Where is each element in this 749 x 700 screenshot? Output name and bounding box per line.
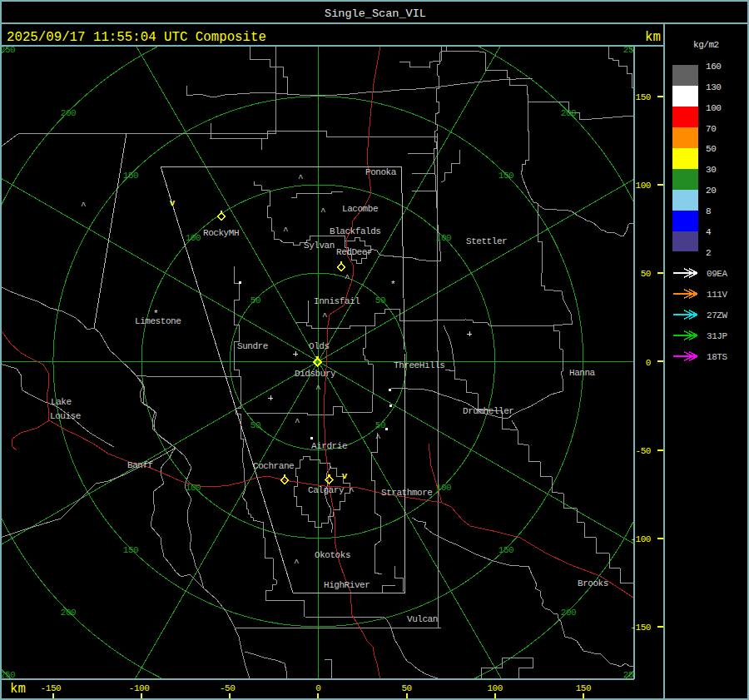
svg-text:RedDeer: RedDeer <box>336 247 372 257</box>
svg-text:130: 130 <box>706 82 721 92</box>
svg-text:km: km <box>645 30 661 45</box>
svg-text:100: 100 <box>436 233 451 243</box>
svg-text:50: 50 <box>375 295 385 305</box>
svg-text:-50: -50 <box>220 683 235 693</box>
svg-text:^: ^ <box>375 433 380 443</box>
svg-text:Innisfail: Innisfail <box>314 296 360 306</box>
svg-text:50: 50 <box>706 144 716 154</box>
svg-text:Airdrie: Airdrie <box>311 441 347 451</box>
svg-text:Sundre: Sundre <box>237 341 268 351</box>
svg-text:200: 200 <box>561 608 576 618</box>
svg-text:-100: -100 <box>630 534 651 544</box>
svg-text:*: * <box>153 309 158 319</box>
svg-text:8: 8 <box>706 206 711 216</box>
svg-text:-50: -50 <box>636 446 651 456</box>
svg-text:0: 0 <box>315 683 320 693</box>
svg-text:^: ^ <box>294 558 299 568</box>
svg-text:HighRiver: HighRiver <box>324 580 370 590</box>
svg-text:Louise: Louise <box>50 411 81 421</box>
svg-text:50: 50 <box>250 295 260 305</box>
svg-text:50: 50 <box>375 420 385 430</box>
svg-text:Hanna: Hanna <box>569 368 596 378</box>
svg-text:^: ^ <box>283 226 288 236</box>
svg-text:100: 100 <box>487 683 502 693</box>
svg-text:160: 160 <box>706 62 721 72</box>
svg-text:70: 70 <box>706 124 716 134</box>
svg-text:Drumheller: Drumheller <box>463 406 514 416</box>
svg-text:kg/m2: kg/m2 <box>693 40 719 50</box>
svg-text:Stettler: Stettler <box>466 236 507 246</box>
svg-text:150: 150 <box>123 171 138 181</box>
svg-text:^: ^ <box>315 384 320 394</box>
svg-text:150: 150 <box>499 545 513 555</box>
svg-text:18TS: 18TS <box>707 352 727 362</box>
svg-text:20: 20 <box>706 186 716 196</box>
svg-text:200: 200 <box>561 108 576 118</box>
svg-text:09EA: 09EA <box>707 269 727 279</box>
svg-text:Blackfalds: Blackfalds <box>330 226 381 236</box>
svg-text:Strathmore: Strathmore <box>381 488 433 498</box>
svg-text:RockyMH: RockyMH <box>203 228 239 238</box>
svg-text:30: 30 <box>706 165 716 175</box>
svg-text:200: 200 <box>61 608 76 618</box>
svg-text:100: 100 <box>436 483 451 493</box>
svg-text:Lake: Lake <box>51 397 72 407</box>
svg-text:Cochrane: Cochrane <box>253 461 294 471</box>
svg-text:Brooks: Brooks <box>578 578 608 588</box>
svg-text:Vulcan: Vulcan <box>407 614 438 624</box>
svg-text:100: 100 <box>186 483 201 493</box>
svg-text:Didsbury: Didsbury <box>295 369 336 379</box>
svg-text:27ZW: 27ZW <box>707 310 727 320</box>
svg-text:Okotoks: Okotoks <box>315 550 350 560</box>
svg-text:-150: -150 <box>41 683 62 693</box>
svg-text:150: 150 <box>499 171 513 181</box>
svg-text:2: 2 <box>706 248 711 258</box>
svg-text:50: 50 <box>401 683 411 693</box>
svg-text:100: 100 <box>636 181 651 191</box>
svg-text:Single_Scan_VIL: Single_Scan_VIL <box>325 7 426 20</box>
svg-text:*: * <box>390 280 395 290</box>
svg-text:Ponoka: Ponoka <box>365 167 397 177</box>
svg-text:Sylvan: Sylvan <box>304 241 335 251</box>
svg-text:v: v <box>170 198 176 208</box>
svg-text:200: 200 <box>61 108 76 118</box>
svg-text:50: 50 <box>641 269 651 279</box>
svg-text:0: 0 <box>646 358 651 368</box>
svg-text:^: ^ <box>322 311 327 321</box>
svg-text:km: km <box>10 682 26 697</box>
svg-text:-100: -100 <box>129 683 150 693</box>
svg-text:^: ^ <box>349 486 354 496</box>
svg-text:150: 150 <box>636 92 651 102</box>
svg-text:Lacombe: Lacombe <box>342 204 378 214</box>
svg-text:Banff: Banff <box>127 460 153 470</box>
svg-text:-150: -150 <box>630 623 651 633</box>
svg-text:111V: 111V <box>707 290 727 300</box>
svg-text:Calgary: Calgary <box>308 485 345 495</box>
svg-text:^: ^ <box>298 173 303 183</box>
svg-text:^: ^ <box>81 201 86 211</box>
svg-text:100: 100 <box>706 103 721 113</box>
svg-text:100: 100 <box>186 233 201 243</box>
svg-text:^: ^ <box>345 273 350 283</box>
svg-text:ThreeHills: ThreeHills <box>394 360 445 370</box>
svg-text:Olds: Olds <box>309 341 330 351</box>
svg-text:^: ^ <box>320 206 325 216</box>
svg-text:2025/09/17 11:55:04 UTC Compos: 2025/09/17 11:55:04 UTC Composite <box>7 30 266 45</box>
svg-text:50: 50 <box>250 420 260 430</box>
svg-text:4: 4 <box>706 227 712 237</box>
svg-text:^: ^ <box>295 417 300 427</box>
svg-text:31JP: 31JP <box>707 331 727 341</box>
svg-text:150: 150 <box>576 683 591 693</box>
svg-text:150: 150 <box>123 545 138 555</box>
svg-text:v: v <box>342 471 348 481</box>
